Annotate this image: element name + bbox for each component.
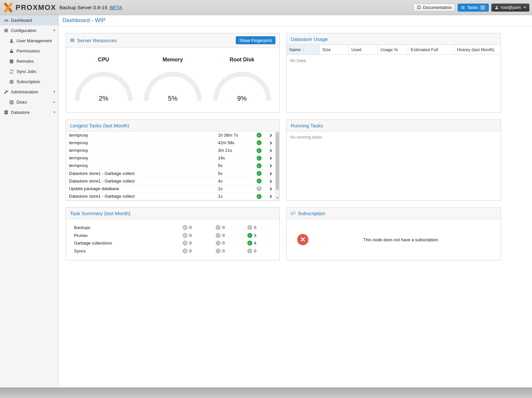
sort-asc-icon: ↑ <box>302 48 304 52</box>
content-area: Dashboard - WIP Server Resources Show Fi… <box>59 15 532 387</box>
chevron-right-icon[interactable] <box>265 155 275 160</box>
subscription-panel: Subscription × This node does not have a… <box>286 207 501 260</box>
no-subscription-icon: × <box>297 234 308 245</box>
warning-count[interactable]: 0 <box>216 241 247 246</box>
error-circle-icon <box>183 241 188 246</box>
sidebar-item-remotes[interactable]: Remotes <box>0 56 58 66</box>
sidebar-item-label: Dashboard <box>11 18 32 23</box>
column-header-name[interactable]: Name ↑ <box>287 45 320 54</box>
sidebar-item-label: Configuration <box>11 28 36 33</box>
beta-link[interactable]: BETA <box>110 5 122 10</box>
server-resources-panel: Server Resources Show Fingerprint CPU <box>66 33 280 113</box>
dashboard-panels: Server Resources Show Fingerprint CPU <box>59 26 532 260</box>
sidebar-item-subscription[interactable]: Subscription <box>0 77 58 87</box>
show-fingerprint-button[interactable]: Show Fingerprint <box>236 36 275 44</box>
column-header-used[interactable]: Used <box>349 45 378 54</box>
chevron-right-icon[interactable] <box>265 171 275 176</box>
ticket-icon <box>291 211 296 216</box>
user-menu-button[interactable]: root@pam <box>491 4 529 12</box>
documentation-button[interactable]: Documentation <box>413 4 455 12</box>
warning-count[interactable]: 0 <box>216 225 247 230</box>
task-status-icon <box>257 156 262 161</box>
scrollbar-down-arrow[interactable]: ▼ <box>275 196 279 200</box>
check-circle-icon <box>247 233 252 238</box>
sidebar-item-dashboard[interactable]: Dashboard <box>0 15 58 25</box>
datastore-usage-body: No Data <box>287 55 501 113</box>
column-header-size[interactable]: Size <box>320 45 349 54</box>
no-running-tasks-text: No running tasks <box>290 135 322 140</box>
sidebar-item-label: Sync Jobs <box>17 69 36 74</box>
chevron-right-icon[interactable] <box>265 163 275 168</box>
summary-row-backups: Backups 0 0 0 <box>74 224 279 232</box>
sidebar-item-sync-jobs[interactable]: Sync Jobs <box>0 66 58 77</box>
sidebar-item-permissions[interactable]: Permissions <box>0 46 58 56</box>
support-ring-icon <box>9 79 14 84</box>
running-tasks-panel: Running Tasks No running tasks <box>286 119 501 201</box>
collapse-arrow-icon[interactable]: ▾ <box>53 110 55 114</box>
column-header-usage-pct[interactable]: Usage % <box>378 45 408 54</box>
cpu-gauge: CPU 2% <box>72 57 135 113</box>
task-row[interactable]: Datastore store1 - Garbage collect 4s <box>66 177 275 185</box>
task-row[interactable]: termproxy 3m 21s <box>66 147 275 154</box>
ok-count[interactable]: 0 <box>247 249 256 253</box>
scrollbar-thumb[interactable] <box>276 132 279 190</box>
dashboard-icon <box>3 18 9 23</box>
error-count[interactable]: 0 <box>183 225 216 230</box>
task-row[interactable]: termproxy 14s <box>66 154 275 162</box>
sidebar-item-administration[interactable]: Administration ▾ <box>0 87 58 97</box>
sidebar-item-configuration[interactable]: Configuration ▾ <box>0 25 58 36</box>
root-disk-gauge-value: 9% <box>210 95 274 102</box>
task-row[interactable]: termproxy 42m 58s <box>66 139 275 147</box>
chevron-right-icon[interactable] <box>265 179 275 183</box>
collapse-arrow-icon[interactable]: ▾ <box>53 90 55 93</box>
task-row[interactable]: termproxy 1h 38m 7s <box>66 131 275 139</box>
longest-tasks-header: Longest Tasks (last Month) <box>66 120 279 131</box>
chevron-right-icon[interactable] <box>265 186 275 191</box>
task-row[interactable]: termproxy 5s <box>66 162 275 170</box>
root-disk-gauge: Root Disk 9% <box>210 57 274 113</box>
refresh-icon <box>9 69 14 74</box>
error-count[interactable]: 0 <box>183 249 216 253</box>
sidebar-item-label: Datastore <box>11 110 29 115</box>
server-resources-header: Server Resources Show Fingerprint <box>66 33 279 48</box>
chevron-right-icon[interactable] <box>265 133 275 138</box>
wrench-icon <box>3 89 9 95</box>
task-row[interactable]: Update package database 1s <box>66 185 275 192</box>
server-stack-icon <box>9 59 14 64</box>
ok-count[interactable]: 4 <box>247 241 256 246</box>
datastore-icon <box>3 110 9 115</box>
task-status-icon <box>257 179 262 183</box>
subscription-header: Subscription <box>287 208 501 219</box>
tasks-count-badge: 0 <box>480 5 485 10</box>
sidebar-item-datastore[interactable]: Datastore ▾ <box>0 107 58 117</box>
datastore-usage-header: Datastore Usage <box>287 33 501 45</box>
column-header-history[interactable]: History (last Month) <box>454 45 501 54</box>
warning-circle-icon <box>216 241 221 246</box>
user-icon <box>9 38 14 44</box>
warning-count[interactable]: 0 <box>216 233 247 238</box>
collapse-arrow-icon[interactable]: ▾ <box>53 28 55 32</box>
task-row[interactable]: Datastore store1 - Garbage collect 5s <box>66 170 275 177</box>
warning-count[interactable]: 0 <box>216 249 247 253</box>
ok-count[interactable]: 0 <box>247 225 256 230</box>
scrollbar[interactable]: ▼ <box>275 131 279 200</box>
sidebar-item-disks[interactable]: Disks ▸ <box>0 97 58 107</box>
chevron-right-icon[interactable] <box>265 148 275 153</box>
sidebar-item-label: Remotes <box>17 59 34 64</box>
page-title: Dashboard - WIP <box>62 17 105 24</box>
user-icon <box>495 6 499 10</box>
error-count[interactable]: 0 <box>183 233 216 238</box>
error-count[interactable]: 0 <box>183 241 216 246</box>
chevron-right-icon[interactable] <box>265 140 275 145</box>
header-actions: Documentation Tasks 0 root@pam <box>413 4 529 12</box>
chevron-right-icon[interactable] <box>265 194 275 199</box>
longest-tasks-list: termproxy 1h 38m 7s termproxy 42m 58s <box>66 131 279 200</box>
column-header-estimated-full[interactable]: Estimated Full <box>408 45 454 54</box>
tasks-button[interactable]: Tasks 0 <box>458 4 489 12</box>
task-row[interactable]: Datastore store1 - Garbage collect 1s <box>66 193 275 200</box>
sidebar-item-label: Permissions <box>17 49 40 53</box>
ok-count[interactable]: 3 <box>247 233 256 238</box>
expand-arrow-icon[interactable]: ▸ <box>53 100 55 104</box>
sidebar-item-user-management[interactable]: User Management <box>0 36 58 46</box>
resources-bars-icon <box>70 38 75 43</box>
